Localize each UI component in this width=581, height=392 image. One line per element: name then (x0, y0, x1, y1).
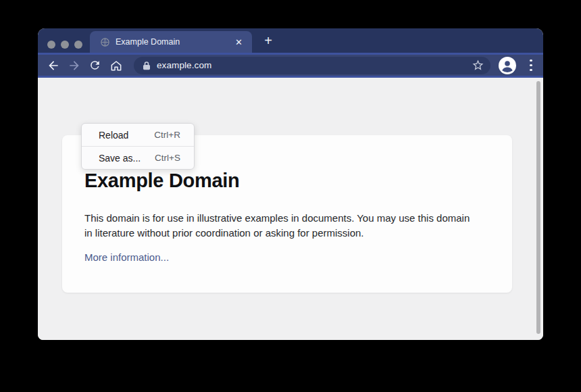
tab-close-icon[interactable]: ✕ (234, 36, 244, 48)
menu-item-save-as[interactable]: Save as... Ctrl+S (82, 147, 194, 169)
new-tab-button[interactable]: + (258, 32, 278, 50)
page-title: Example Domain (84, 169, 490, 192)
menu-item-reload[interactable]: Reload Ctrl+R (82, 124, 194, 146)
menu-item-label: Reload (99, 130, 128, 141)
url-text: example.com (157, 60, 211, 70)
star-icon (472, 59, 484, 72)
page-paragraph: This domain is for use in illustrative e… (84, 211, 478, 241)
reload-icon (89, 59, 101, 72)
overflow-dot (530, 69, 532, 72)
overflow-dot (530, 64, 532, 67)
tab-title: Example Domain (116, 37, 234, 47)
overflow-menu-button[interactable] (526, 59, 536, 72)
address-bar[interactable]: example.com (134, 57, 490, 74)
forward-button[interactable] (64, 56, 84, 75)
home-icon (109, 59, 123, 72)
browser-window: Example Domain ✕ + (38, 28, 543, 340)
profile-avatar-button[interactable] (499, 57, 516, 74)
lock-icon (143, 61, 151, 70)
menu-item-shortcut: Ctrl+R (154, 130, 180, 140)
bookmark-star-button[interactable] (472, 59, 484, 72)
tab-example-domain[interactable]: Example Domain ✕ (90, 31, 252, 53)
reload-button[interactable] (84, 56, 105, 75)
tab-strip: Example Domain ✕ + (38, 28, 543, 55)
globe-favicon-icon (99, 36, 110, 47)
overflow-dot (530, 59, 532, 62)
traffic-lights (47, 41, 82, 49)
vertical-scrollbar[interactable] (536, 81, 540, 334)
back-button[interactable] (43, 56, 64, 75)
window-close-button[interactable] (47, 41, 55, 49)
window-minimize-button[interactable] (61, 41, 69, 49)
more-information-link[interactable]: More information... (84, 251, 169, 263)
avatar-person-icon (499, 57, 516, 74)
toolbar: example.com (38, 55, 543, 78)
back-arrow-icon (47, 59, 60, 72)
context-menu: Reload Ctrl+R Save as... Ctrl+S (81, 123, 195, 170)
page-content: Example Domain This domain is for use in… (38, 78, 543, 340)
window-zoom-button[interactable] (74, 41, 82, 49)
forward-arrow-icon (68, 59, 81, 72)
menu-item-shortcut: Ctrl+S (155, 153, 180, 163)
home-button[interactable] (105, 56, 126, 75)
menu-item-label: Save as... (99, 153, 141, 164)
